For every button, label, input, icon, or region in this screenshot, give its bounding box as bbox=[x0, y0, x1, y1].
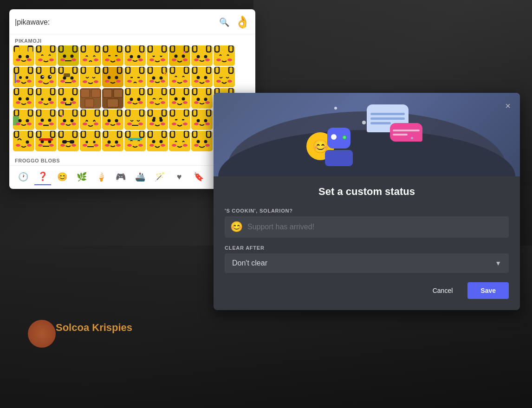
list-item[interactable] bbox=[214, 67, 235, 87]
list-item[interactable] bbox=[13, 131, 34, 151]
svg-point-141 bbox=[16, 101, 20, 104]
list-item[interactable] bbox=[35, 131, 57, 151]
list-item[interactable] bbox=[35, 67, 57, 87]
robot-eye-right bbox=[342, 135, 347, 140]
svg-point-317 bbox=[138, 144, 143, 147]
modal-input-row[interactable]: 😊 bbox=[225, 216, 509, 238]
cancel-button[interactable]: Cancel bbox=[425, 283, 461, 298]
list-item[interactable] bbox=[13, 45, 34, 66]
svg-rect-83 bbox=[59, 67, 63, 73]
list-item[interactable] bbox=[191, 110, 213, 130]
list-item[interactable]: ♪ bbox=[124, 45, 146, 66]
bubble-line bbox=[370, 122, 391, 124]
list-item[interactable] bbox=[169, 131, 190, 151]
list-item[interactable] bbox=[214, 45, 235, 66]
category-travel[interactable]: 🚢 bbox=[132, 168, 149, 185]
svg-point-311 bbox=[105, 144, 110, 147]
svg-point-323 bbox=[160, 140, 163, 143]
list-item[interactable] bbox=[13, 67, 34, 87]
svg-rect-9 bbox=[51, 45, 55, 52]
svg-point-190 bbox=[197, 98, 200, 101]
category-recent[interactable]: 🕐 bbox=[15, 168, 32, 185]
category-nature[interactable]: 🌿 bbox=[73, 168, 90, 185]
svg-point-109 bbox=[138, 80, 143, 83]
svg-rect-229 bbox=[104, 110, 108, 116]
list-item[interactable] bbox=[102, 67, 123, 87]
list-item[interactable] bbox=[35, 88, 57, 109]
svg-rect-21 bbox=[81, 45, 85, 52]
list-item[interactable] bbox=[102, 110, 123, 130]
list-item[interactable] bbox=[124, 67, 146, 87]
list-item[interactable] bbox=[147, 131, 168, 151]
category-unknown[interactable]: ❓ bbox=[34, 168, 51, 185]
list-item[interactable] bbox=[124, 131, 146, 151]
category-flags[interactable]: 🔖 bbox=[190, 168, 207, 185]
list-item[interactable] bbox=[102, 131, 123, 151]
list-item[interactable] bbox=[35, 110, 57, 130]
illustration-robot bbox=[320, 128, 357, 169]
list-item[interactable] bbox=[80, 110, 101, 130]
list-item[interactable] bbox=[124, 110, 146, 130]
svg-point-233 bbox=[105, 123, 110, 125]
list-item[interactable] bbox=[35, 45, 57, 66]
list-item[interactable] bbox=[147, 67, 168, 87]
list-item[interactable] bbox=[13, 110, 34, 130]
svg-point-238 bbox=[127, 123, 132, 125]
svg-point-11 bbox=[49, 58, 54, 61]
list-item[interactable] bbox=[102, 88, 123, 109]
svg-point-69 bbox=[19, 76, 22, 79]
svg-rect-308 bbox=[117, 131, 122, 137]
svg-point-206 bbox=[27, 123, 32, 125]
svg-point-95 bbox=[94, 80, 98, 83]
list-item[interactable] bbox=[169, 67, 190, 87]
svg-rect-90 bbox=[64, 73, 70, 77]
emoji-search-input[interactable] bbox=[15, 18, 215, 26]
list-item[interactable] bbox=[58, 131, 79, 151]
list-item[interactable] bbox=[191, 88, 213, 109]
svg-rect-105 bbox=[140, 67, 144, 73]
list-item[interactable] bbox=[147, 110, 168, 130]
list-item[interactable] bbox=[58, 88, 79, 109]
svg-rect-61 bbox=[215, 45, 219, 52]
list-item[interactable] bbox=[191, 45, 213, 66]
list-item[interactable] bbox=[147, 45, 168, 66]
clear-after-dropdown[interactable]: Don't clear ▼ bbox=[225, 253, 509, 273]
category-people[interactable]: 😊 bbox=[54, 168, 71, 185]
category-objects[interactable]: 🪄 bbox=[151, 168, 168, 185]
category-food[interactable]: 🍦 bbox=[93, 168, 110, 185]
svg-rect-144 bbox=[37, 88, 41, 95]
list-item[interactable] bbox=[191, 67, 213, 87]
list-item[interactable]: ♥ bbox=[58, 110, 79, 130]
list-item[interactable]: ♥ bbox=[169, 45, 190, 66]
list-item[interactable] bbox=[147, 88, 168, 109]
svg-point-172 bbox=[137, 98, 141, 101]
list-item[interactable] bbox=[58, 67, 79, 87]
svg-point-57 bbox=[204, 55, 208, 58]
category-symbols[interactable]: ♥ bbox=[171, 168, 188, 185]
save-button[interactable]: Save bbox=[467, 282, 509, 299]
list-item[interactable] bbox=[80, 45, 101, 66]
list-item[interactable] bbox=[80, 88, 101, 109]
modal-status-input[interactable] bbox=[247, 223, 503, 231]
illustration-content: 😊 bbox=[306, 100, 427, 169]
list-item[interactable] bbox=[80, 131, 101, 151]
list-item[interactable] bbox=[169, 88, 190, 109]
list-item[interactable] bbox=[13, 88, 34, 109]
svg-point-101 bbox=[105, 80, 110, 83]
svg-rect-92 bbox=[81, 67, 85, 73]
modal-close-button[interactable]: × bbox=[503, 99, 513, 112]
list-item[interactable] bbox=[124, 88, 146, 109]
svg-point-122 bbox=[172, 80, 176, 83]
list-item[interactable] bbox=[169, 110, 190, 130]
modal-emoji-button[interactable]: 😊 bbox=[230, 221, 243, 233]
svg-point-51 bbox=[183, 58, 188, 61]
list-item[interactable] bbox=[191, 131, 213, 151]
list-item[interactable] bbox=[58, 45, 79, 66]
list-item[interactable] bbox=[102, 45, 123, 66]
svg-point-292 bbox=[71, 144, 76, 147]
list-item[interactable] bbox=[80, 67, 101, 87]
category-activity[interactable]: 🎮 bbox=[112, 168, 129, 185]
modal-footer: Cancel Save bbox=[214, 273, 520, 299]
svg-point-183 bbox=[175, 97, 178, 101]
svg-point-291 bbox=[60, 144, 65, 147]
